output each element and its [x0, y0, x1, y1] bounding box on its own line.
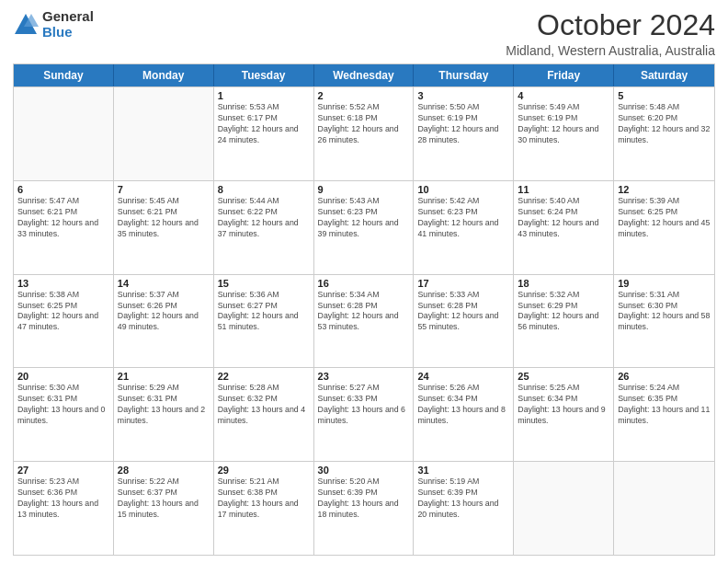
- header-day-sunday: Sunday: [14, 64, 114, 86]
- cell-date: 1: [218, 90, 310, 101]
- cal-cell: [14, 87, 114, 180]
- page: General Blue October 2024 Midland, Weste…: [0, 0, 728, 563]
- cell-info: Sunrise: 5:47 AM Sunset: 6:21 PM Dayligh…: [17, 196, 109, 240]
- header-day-tuesday: Tuesday: [214, 64, 314, 86]
- cal-cell: 29Sunrise: 5:21 AM Sunset: 6:38 PM Dayli…: [214, 462, 314, 555]
- logo-icon: [13, 12, 39, 38]
- calendar-header: SundayMondayTuesdayWednesdayThursdayFrid…: [14, 64, 714, 86]
- cal-cell: 22Sunrise: 5:28 AM Sunset: 6:32 PM Dayli…: [214, 368, 314, 461]
- cell-info: Sunrise: 5:39 AM Sunset: 6:25 PM Dayligh…: [618, 196, 711, 240]
- cell-date: 31: [417, 465, 509, 476]
- cal-cell: 20Sunrise: 5:30 AM Sunset: 6:31 PM Dayli…: [14, 368, 114, 461]
- cell-date: 30: [318, 465, 410, 476]
- cell-date: 25: [518, 371, 609, 382]
- cal-cell: 19Sunrise: 5:31 AM Sunset: 6:30 PM Dayli…: [614, 275, 714, 368]
- cal-cell: 6Sunrise: 5:47 AM Sunset: 6:21 PM Daylig…: [14, 181, 114, 274]
- cell-date: 7: [118, 184, 210, 195]
- cell-info: Sunrise: 5:21 AM Sunset: 6:38 PM Dayligh…: [218, 477, 310, 521]
- cell-info: Sunrise: 5:26 AM Sunset: 6:34 PM Dayligh…: [417, 383, 509, 427]
- cell-date: 19: [618, 278, 711, 289]
- cal-cell: 16Sunrise: 5:34 AM Sunset: 6:28 PM Dayli…: [314, 275, 415, 368]
- cal-cell: 18Sunrise: 5:32 AM Sunset: 6:29 PM Dayli…: [514, 275, 614, 368]
- cell-date: 13: [17, 278, 109, 289]
- cell-info: Sunrise: 5:36 AM Sunset: 6:27 PM Dayligh…: [218, 290, 310, 334]
- cal-row-1: 1Sunrise: 5:53 AM Sunset: 6:17 PM Daylig…: [14, 86, 714, 180]
- cell-date: 6: [17, 184, 109, 195]
- cell-date: 15: [218, 278, 310, 289]
- cell-info: Sunrise: 5:43 AM Sunset: 6:23 PM Dayligh…: [318, 196, 410, 240]
- cell-info: Sunrise: 5:25 AM Sunset: 6:34 PM Dayligh…: [518, 383, 609, 427]
- cell-date: 12: [618, 184, 711, 195]
- cal-row-2: 6Sunrise: 5:47 AM Sunset: 6:21 PM Daylig…: [14, 180, 714, 274]
- sub-title: Midland, Western Australia, Australia: [506, 43, 715, 58]
- cell-date: 27: [17, 465, 109, 476]
- cal-cell: [114, 87, 214, 180]
- cell-date: 28: [118, 465, 210, 476]
- header-day-thursday: Thursday: [414, 64, 514, 86]
- cal-row-5: 27Sunrise: 5:23 AM Sunset: 6:36 PM Dayli…: [14, 461, 714, 555]
- cal-cell: 11Sunrise: 5:40 AM Sunset: 6:24 PM Dayli…: [514, 181, 614, 274]
- cell-date: 11: [518, 184, 609, 195]
- cell-date: 17: [417, 278, 509, 289]
- cal-cell: 15Sunrise: 5:36 AM Sunset: 6:27 PM Dayli…: [214, 275, 314, 368]
- cell-info: Sunrise: 5:40 AM Sunset: 6:24 PM Dayligh…: [518, 196, 609, 240]
- cal-cell: 23Sunrise: 5:27 AM Sunset: 6:33 PM Dayli…: [314, 368, 415, 461]
- cell-date: 18: [518, 278, 609, 289]
- header-day-friday: Friday: [514, 64, 614, 86]
- cal-cell: 21Sunrise: 5:29 AM Sunset: 6:31 PM Dayli…: [114, 368, 214, 461]
- logo: General Blue: [13, 9, 94, 40]
- cell-info: Sunrise: 5:20 AM Sunset: 6:39 PM Dayligh…: [318, 477, 410, 521]
- cell-info: Sunrise: 5:23 AM Sunset: 6:36 PM Dayligh…: [17, 477, 109, 521]
- cell-date: 23: [318, 371, 410, 382]
- cell-info: Sunrise: 5:38 AM Sunset: 6:25 PM Dayligh…: [17, 290, 109, 334]
- cell-info: Sunrise: 5:27 AM Sunset: 6:33 PM Dayligh…: [318, 383, 410, 427]
- cal-cell: 4Sunrise: 5:49 AM Sunset: 6:19 PM Daylig…: [514, 87, 614, 180]
- cell-info: Sunrise: 5:24 AM Sunset: 6:35 PM Dayligh…: [618, 383, 711, 427]
- cell-info: Sunrise: 5:34 AM Sunset: 6:28 PM Dayligh…: [318, 290, 410, 334]
- cell-info: Sunrise: 5:44 AM Sunset: 6:22 PM Dayligh…: [218, 196, 310, 240]
- cell-info: Sunrise: 5:48 AM Sunset: 6:20 PM Dayligh…: [618, 102, 711, 146]
- cell-date: 8: [218, 184, 310, 195]
- cal-cell: 2Sunrise: 5:52 AM Sunset: 6:18 PM Daylig…: [314, 87, 415, 180]
- cal-cell: 30Sunrise: 5:20 AM Sunset: 6:39 PM Dayli…: [314, 462, 415, 555]
- cell-date: 2: [318, 90, 410, 101]
- cal-cell: [614, 462, 714, 555]
- logo-blue: Blue: [42, 25, 94, 40]
- cal-cell: 17Sunrise: 5:33 AM Sunset: 6:28 PM Dayli…: [414, 275, 514, 368]
- cal-cell: 12Sunrise: 5:39 AM Sunset: 6:25 PM Dayli…: [614, 181, 714, 274]
- cell-info: Sunrise: 5:29 AM Sunset: 6:31 PM Dayligh…: [118, 383, 210, 427]
- main-title: October 2024: [506, 9, 715, 41]
- cal-cell: 13Sunrise: 5:38 AM Sunset: 6:25 PM Dayli…: [14, 275, 114, 368]
- header-day-wednesday: Wednesday: [314, 64, 415, 86]
- cal-row-3: 13Sunrise: 5:38 AM Sunset: 6:25 PM Dayli…: [14, 274, 714, 368]
- cal-cell: 10Sunrise: 5:42 AM Sunset: 6:23 PM Dayli…: [414, 181, 514, 274]
- cal-cell: 1Sunrise: 5:53 AM Sunset: 6:17 PM Daylig…: [214, 87, 314, 180]
- cell-info: Sunrise: 5:32 AM Sunset: 6:29 PM Dayligh…: [518, 290, 609, 334]
- cal-cell: 9Sunrise: 5:43 AM Sunset: 6:23 PM Daylig…: [314, 181, 415, 274]
- cell-info: Sunrise: 5:50 AM Sunset: 6:19 PM Dayligh…: [417, 102, 509, 146]
- cal-cell: 31Sunrise: 5:19 AM Sunset: 6:39 PM Dayli…: [414, 462, 514, 555]
- cell-info: Sunrise: 5:52 AM Sunset: 6:18 PM Dayligh…: [318, 102, 410, 146]
- cell-info: Sunrise: 5:53 AM Sunset: 6:17 PM Dayligh…: [218, 102, 310, 146]
- cell-info: Sunrise: 5:31 AM Sunset: 6:30 PM Dayligh…: [618, 290, 711, 334]
- cal-cell: [514, 462, 614, 555]
- cell-date: 20: [17, 371, 109, 382]
- calendar-body: 1Sunrise: 5:53 AM Sunset: 6:17 PM Daylig…: [14, 86, 714, 555]
- cal-cell: 14Sunrise: 5:37 AM Sunset: 6:26 PM Dayli…: [114, 275, 214, 368]
- cell-info: Sunrise: 5:49 AM Sunset: 6:19 PM Dayligh…: [518, 102, 609, 146]
- cal-cell: 3Sunrise: 5:50 AM Sunset: 6:19 PM Daylig…: [414, 87, 514, 180]
- cell-info: Sunrise: 5:33 AM Sunset: 6:28 PM Dayligh…: [417, 290, 509, 334]
- cell-info: Sunrise: 5:45 AM Sunset: 6:21 PM Dayligh…: [118, 196, 210, 240]
- header: General Blue October 2024 Midland, Weste…: [13, 9, 715, 58]
- cell-info: Sunrise: 5:42 AM Sunset: 6:23 PM Dayligh…: [417, 196, 509, 240]
- cal-cell: 5Sunrise: 5:48 AM Sunset: 6:20 PM Daylig…: [614, 87, 714, 180]
- logo-general: General: [42, 9, 94, 25]
- cell-date: 24: [417, 371, 509, 382]
- cal-cell: 24Sunrise: 5:26 AM Sunset: 6:34 PM Dayli…: [414, 368, 514, 461]
- cell-date: 5: [618, 90, 711, 101]
- cal-cell: 25Sunrise: 5:25 AM Sunset: 6:34 PM Dayli…: [514, 368, 614, 461]
- cell-date: 16: [318, 278, 410, 289]
- cell-date: 29: [218, 465, 310, 476]
- cal-row-4: 20Sunrise: 5:30 AM Sunset: 6:31 PM Dayli…: [14, 367, 714, 461]
- cal-cell: 7Sunrise: 5:45 AM Sunset: 6:21 PM Daylig…: [114, 181, 214, 274]
